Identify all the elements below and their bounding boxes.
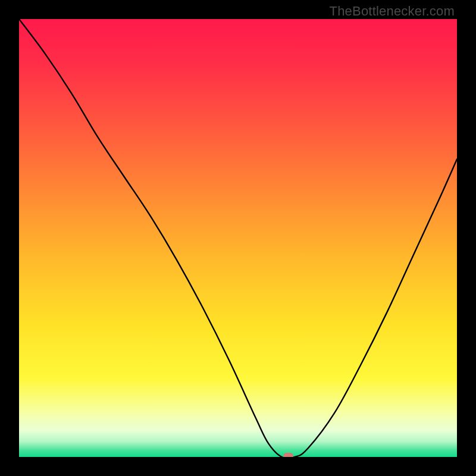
chart-svg xyxy=(19,19,457,457)
plot-area xyxy=(19,19,457,457)
optimal-marker xyxy=(284,453,293,457)
gradient-background xyxy=(19,19,457,457)
watermark-text: TheBottlenecker.com xyxy=(330,4,455,19)
chart-stage: TheBottlenecker.com xyxy=(0,0,476,476)
